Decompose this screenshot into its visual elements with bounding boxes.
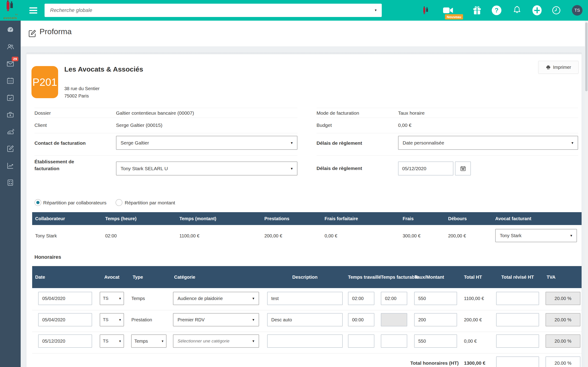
- radio-repartition-amount[interactable]: [115, 199, 122, 206]
- logo-figure-icon: [5, 0, 15, 12]
- sidebar-item-accounting[interactable]: [5, 177, 15, 188]
- topbar-mini-logo: [423, 6, 429, 16]
- radio-repartition-amount-label[interactable]: Répartition par montant: [125, 200, 175, 206]
- row-date-input[interactable]: [38, 334, 92, 348]
- gifts-button[interactable]: [473, 6, 481, 16]
- edit-square-icon: [6, 144, 15, 153]
- menu-toggle-button[interactable]: [29, 7, 37, 15]
- row-temps-facturable-input[interactable]: [381, 292, 407, 305]
- timer-button[interactable]: [552, 6, 561, 16]
- nouveau-badge: Nouveau: [445, 14, 463, 19]
- budget-value: 0,00 €: [398, 123, 411, 128]
- video-tutorials-button[interactable]: [443, 6, 453, 15]
- page-scrollbar[interactable]: [585, 21, 588, 367]
- collab-header-frais: Frais: [403, 212, 414, 225]
- row-total-revise-input[interactable]: [496, 292, 539, 305]
- collab-header-frais-forfaitaire: Frais forfaitaire: [325, 212, 358, 225]
- collab-header-temps-heure: Temps (heure): [105, 212, 137, 225]
- payment-date-input[interactable]: [398, 161, 453, 175]
- print-button[interactable]: Imprimer: [538, 61, 579, 74]
- proforma-edit-icon: [27, 29, 37, 38]
- sidebar-item-dossiers[interactable]: [5, 110, 15, 120]
- row-tva: 20.00 %: [545, 292, 580, 305]
- row-total-revise-input[interactable]: [496, 313, 539, 326]
- payment-date-label: Délais de règlement: [317, 166, 362, 171]
- calendar-picker-button[interactable]: [455, 161, 471, 175]
- company-address-line1: 38 rue du Sentier: [64, 85, 99, 92]
- row-description-input[interactable]: [267, 292, 343, 305]
- row-description-input[interactable]: [267, 334, 343, 348]
- hon-header-date: Date: [35, 266, 45, 288]
- row-temps-facturable-input[interactable]: [381, 334, 407, 348]
- row-temps-travaille-input[interactable]: [348, 292, 374, 305]
- collab-avocat-facturant-select[interactable]: Tony Stark: [495, 229, 577, 242]
- sidebar-item-contacts[interactable]: [5, 42, 15, 52]
- collab-header-temps-montant: Temps (montant): [179, 212, 216, 225]
- sidebar-nav: 29: [0, 25, 21, 188]
- sidebar-item-reports[interactable]: [5, 161, 15, 171]
- row-divider: [32, 332, 582, 332]
- billing-contact-select[interactable]: Serge Galtier: [116, 136, 297, 150]
- sidebar-item-billing[interactable]: [5, 144, 15, 154]
- row-date-input[interactable]: [38, 313, 92, 326]
- row-tva: 20.00 %: [545, 313, 580, 326]
- sidebar-item-tasks[interactable]: [5, 93, 15, 103]
- row-categorie-select[interactable]: Sélectionner une catégorie: [173, 334, 259, 348]
- row-total-ht: 0,00 €: [464, 334, 477, 348]
- row-taux-input[interactable]: [414, 292, 457, 305]
- row-temps-travaille-input[interactable]: [348, 334, 374, 348]
- row-divider: [32, 353, 582, 353]
- calendar-check-icon: [6, 94, 15, 102]
- row-type-select[interactable]: Temps: [131, 334, 166, 348]
- payment-terms-select[interactable]: Date personnalisée: [398, 136, 578, 150]
- total-revise-input[interactable]: [496, 357, 539, 367]
- sidebar-item-mail[interactable]: 29: [5, 59, 15, 69]
- proforma-card: P201 Les Avocats & Associés 38 rue du Se…: [26, 53, 582, 367]
- sidebar-item-dashboard[interactable]: [5, 25, 15, 35]
- app-logo[interactable]: les avocats: [0, 0, 21, 21]
- row-tva: 20.00 %: [545, 334, 580, 348]
- divider: [317, 108, 578, 108]
- notifications-button[interactable]: [512, 5, 522, 16]
- total-tva: 20.00 %: [545, 357, 580, 367]
- honoraires-table-header: Date Avocat Type Catégorie Description T…: [32, 266, 582, 288]
- row-taux-input[interactable]: [414, 334, 457, 348]
- billing-contact-label: Contact de facturation: [35, 140, 103, 146]
- row-type-text: Temps: [131, 292, 145, 305]
- total-honoraires-value: 1300,00 €: [464, 357, 485, 367]
- help-button[interactable]: [492, 6, 502, 15]
- row-categorie-select[interactable]: Audience de plaidoirie: [173, 292, 259, 305]
- user-avatar[interactable]: TS: [572, 5, 582, 16]
- row-description-input[interactable]: [267, 313, 343, 326]
- sidebar-item-time-tracking[interactable]: [5, 127, 15, 137]
- video-camera-icon: [443, 6, 453, 14]
- collab-header-prestations: Prestations: [264, 212, 289, 225]
- row-taux-input[interactable]: [414, 313, 457, 326]
- quick-add-button[interactable]: [532, 5, 542, 15]
- hon-header-type: Type: [125, 266, 150, 288]
- radio-repartition-collaborators-label[interactable]: Répartition par collaborateurs: [43, 200, 106, 206]
- row-avocat-select[interactable]: TS: [100, 292, 124, 305]
- scrollbar-thumb[interactable]: [585, 23, 588, 91]
- search-input[interactable]: [44, 4, 382, 17]
- row-avocat-select[interactable]: TS: [100, 313, 124, 326]
- client-label: Client: [35, 123, 47, 128]
- row-date-input[interactable]: [38, 292, 92, 305]
- row-total-revise-input[interactable]: [496, 334, 539, 348]
- company-name: Les Avocats & Associés: [64, 65, 143, 73]
- bell-icon: [512, 5, 522, 15]
- hon-header-tva: TVA: [547, 266, 556, 288]
- billing-mode-label: Mode de facturation: [317, 110, 359, 116]
- row-temps-travaille-input[interactable]: [348, 313, 374, 326]
- billing-establishment-select[interactable]: Tony Stark SELARL U: [116, 161, 297, 175]
- row-avocat-select[interactable]: TS: [100, 334, 124, 348]
- hon-header-total-revise: Total révisé HT: [496, 266, 539, 288]
- radio-repartition-collaborators[interactable]: [35, 199, 41, 206]
- hon-header-avocat: Avocat: [100, 266, 124, 288]
- sidebar-item-calendar[interactable]: [5, 76, 15, 86]
- hon-header-temps-facturable: Temps facturable: [381, 266, 407, 288]
- chart-icon: [6, 161, 15, 170]
- collab-debours: 200,00 €: [448, 233, 466, 239]
- card-top-shade: [26, 53, 582, 55]
- row-categorie-select[interactable]: Premier RDV: [173, 313, 259, 326]
